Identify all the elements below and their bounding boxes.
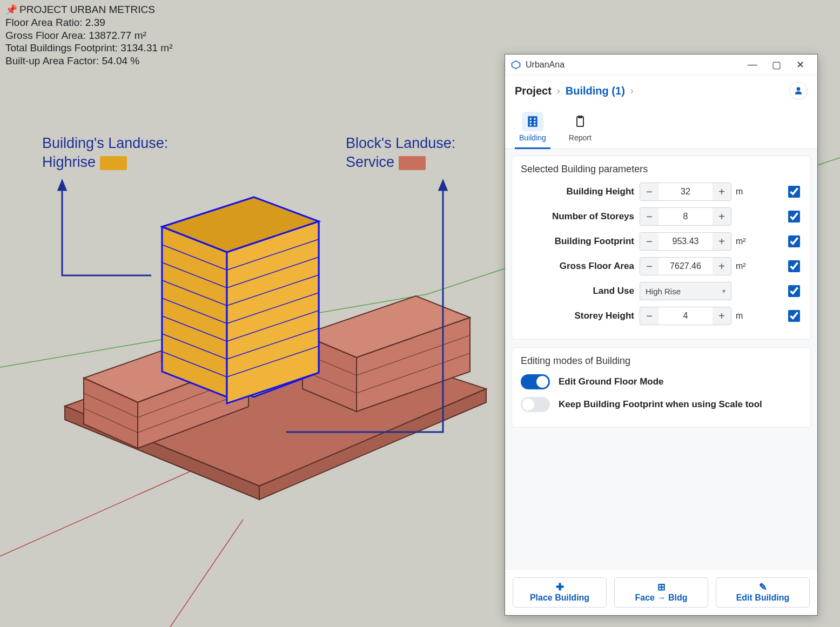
swatch-service: [399, 156, 426, 170]
app-logo-icon: [510, 59, 521, 70]
pin-icon: 📌: [5, 4, 17, 16]
input-storey-height[interactable]: [658, 307, 713, 325]
decrement-button[interactable]: −: [640, 233, 658, 250]
checkbox-building-height[interactable]: [788, 186, 800, 198]
input-footprint[interactable]: [658, 233, 713, 250]
stepper-building-height[interactable]: − +: [640, 183, 731, 201]
metrics-title: PROJECT URBAN METRICS: [19, 3, 155, 16]
increment-button[interactable]: +: [713, 233, 731, 250]
user-icon: [794, 86, 803, 95]
report-icon: [569, 112, 591, 131]
minimize-button[interactable]: —: [741, 59, 764, 70]
select-land-use[interactable]: High Rise ▾: [640, 282, 731, 300]
increment-button[interactable]: +: [713, 258, 731, 275]
panel-footer: ✚ Place Building ⊞ Face → Bldg ✎ Edit Bu…: [505, 569, 817, 615]
panel-titlebar[interactable]: UrbanAna — ▢ ✕: [505, 55, 817, 75]
card-building-parameters: Selected Building parameters Building He…: [512, 156, 811, 340]
toggle-edit-ground-floor[interactable]: [521, 374, 550, 389]
increment-button[interactable]: +: [713, 183, 731, 200]
checkbox-footprint[interactable]: [788, 235, 800, 247]
stepper-storey-height[interactable]: − +: [640, 307, 731, 325]
face-to-bldg-button[interactable]: ⊞ Face → Bldg: [614, 577, 708, 608]
stepper-storeys[interactable]: − +: [640, 207, 731, 226]
decrement-button[interactable]: −: [640, 307, 658, 325]
pencil-icon: ✎: [759, 582, 767, 592]
project-metrics-overlay: 📌PROJECT URBAN METRICS Floor Area Ratio:…: [5, 3, 172, 68]
decrement-button[interactable]: −: [640, 208, 658, 225]
plus-icon: ✚: [556, 582, 564, 592]
svg-marker-25: [227, 221, 319, 403]
app-name: UrbanAna: [526, 60, 741, 70]
urbanana-panel: UrbanAna — ▢ ✕ Project › Building (1) › …: [505, 54, 818, 616]
swatch-highrise: [100, 156, 127, 170]
chevron-down-icon: ▾: [722, 287, 725, 295]
svg-marker-24: [162, 227, 227, 397]
breadcrumb-root[interactable]: Project: [515, 85, 552, 97]
increment-button[interactable]: +: [713, 307, 731, 325]
breadcrumb: Project › Building (1) ›: [505, 75, 817, 103]
decrement-button[interactable]: −: [640, 183, 658, 200]
breadcrumb-current[interactable]: Building (1): [566, 85, 625, 97]
input-gfa[interactable]: [658, 258, 713, 275]
user-avatar-button[interactable]: [789, 82, 808, 100]
row-storey-height: Storey Height − + m: [521, 307, 802, 325]
card-editing-modes: Editing modes of Building Edit Ground Fl…: [512, 347, 811, 428]
checkbox-gfa[interactable]: [788, 260, 800, 272]
annotation-building-landuse: Building's Landuse: Highrise: [42, 134, 168, 172]
toggle-keep-footprint[interactable]: [521, 397, 550, 412]
row-gross-floor-area: Gross Floor Area − + m²: [521, 257, 802, 275]
row-land-use: Land Use High Rise ▾: [521, 282, 802, 300]
svg-marker-40: [58, 181, 66, 190]
face-icon: ⊞: [657, 582, 666, 592]
svg-line-4: [170, 520, 243, 627]
tab-report[interactable]: Report: [565, 109, 596, 149]
input-building-height[interactable]: [658, 183, 713, 200]
chevron-right-icon: ›: [557, 85, 560, 97]
stepper-footprint[interactable]: − +: [640, 232, 731, 251]
svg-marker-41: [439, 181, 447, 190]
row-number-of-storeys: Number of Storeys − +: [521, 207, 802, 226]
annotation-block-landuse: Block's Landuse: Service: [346, 134, 455, 172]
checkbox-storey-height[interactable]: [788, 310, 800, 322]
increment-button[interactable]: +: [713, 208, 731, 225]
row-building-footprint: Building Footprint − + m²: [521, 232, 802, 251]
checkbox-land-use[interactable]: [788, 285, 800, 297]
close-button[interactable]: ✕: [788, 59, 812, 71]
decrement-button[interactable]: −: [640, 258, 658, 275]
maximize-button[interactable]: ▢: [764, 59, 788, 71]
input-storeys[interactable]: [658, 208, 713, 225]
row-building-height: Building Height − + m: [521, 183, 802, 201]
params-title: Selected Building parameters: [521, 164, 802, 175]
stepper-gfa[interactable]: − +: [640, 257, 731, 275]
tabs: Building Report: [505, 103, 817, 149]
highrise-building[interactable]: [162, 197, 319, 403]
building-icon: [522, 112, 543, 131]
modes-title: Editing modes of Building: [521, 355, 802, 367]
tab-building[interactable]: Building: [515, 109, 550, 149]
edit-building-button[interactable]: ✎ Edit Building: [716, 577, 810, 608]
chevron-right-icon: ›: [630, 85, 634, 97]
place-building-button[interactable]: ✚ Place Building: [513, 577, 607, 608]
checkbox-storeys[interactable]: [788, 211, 800, 223]
